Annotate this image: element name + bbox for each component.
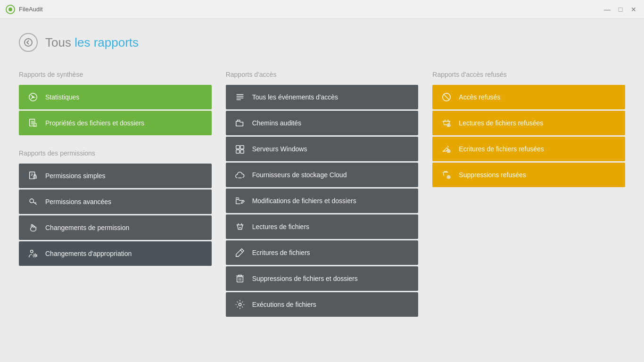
edit-folder-icon: [234, 195, 246, 206]
user-gear-icon: [27, 248, 39, 259]
basket-read-icon: [234, 221, 246, 232]
btn-lectures-refusees[interactable]: Lectures de fichiers refusées: [432, 111, 625, 135]
svg-point-2: [25, 39, 32, 46]
ecritures-fichiers-label: Ecritures de fichiers: [252, 249, 410, 256]
btn-changements-permission[interactable]: Changements de permission: [19, 215, 212, 240]
btn-statistiques[interactable]: Statistiques: [19, 85, 212, 109]
btn-modifications-fichiers[interactable]: Modifications de fichiers et dossiers: [226, 189, 419, 213]
svg-point-11: [31, 250, 33, 253]
svg-rect-18: [240, 146, 244, 149]
title-bar-controls: — □ ✕: [603, 5, 638, 14]
executions-fichiers-label: Exécutions de fichiers: [252, 301, 410, 308]
page-title-part3: rapports: [90, 35, 139, 49]
reports-columns: Rapports de synthèse Statistiques: [19, 71, 625, 318]
btn-ecritures-fichiers[interactable]: Ecritures de fichiers: [226, 240, 419, 265]
btn-ecritures-refusees[interactable]: Ecritures de fichiers refusées: [432, 137, 625, 161]
fournisseurs-cloud-label: Fournisseurs de stockage Cloud: [252, 171, 410, 179]
close-button[interactable]: ✕: [629, 5, 638, 14]
svg-line-22: [240, 250, 243, 253]
btn-chemins-audites[interactable]: Chemins audités: [226, 111, 419, 135]
svg-point-26: [239, 303, 241, 306]
app-logo-icon: [6, 5, 15, 14]
section-synthese: Rapports de synthèse Statistiques: [19, 71, 212, 135]
title-bar: FileAudit — □ ✕: [0, 0, 644, 19]
column-left: Rapports de synthèse Statistiques: [19, 71, 212, 280]
chemins-audites-label: Chemins audités: [252, 119, 410, 127]
title-bar-left: FileAudit: [6, 5, 43, 14]
basket-block-icon: [441, 117, 452, 129]
permissions-simples-label: Permissions simples: [45, 172, 203, 180]
synthese-title: Rapports de synthèse: [19, 71, 212, 78]
pen-block-icon: [441, 143, 452, 155]
windows-icon: [234, 143, 246, 155]
statistiques-label: Statistiques: [45, 93, 203, 101]
back-button[interactable]: [19, 33, 38, 52]
page-title-part2: les: [74, 35, 90, 49]
folder-copy-icon: [234, 117, 246, 129]
acces-title: Rapports d'accès: [226, 71, 419, 78]
cloud-icon: [234, 169, 246, 181]
minimize-button[interactable]: —: [603, 5, 612, 14]
btn-permissions-avancees[interactable]: Permissions avancées: [19, 189, 212, 214]
maximize-button[interactable]: □: [616, 5, 625, 14]
changements-permission-label: Changements de permission: [45, 224, 203, 231]
ecritures-refusees-label: Ecritures de fichiers refusées: [459, 145, 617, 153]
column-right: Rapports d'accès refusés Accès refusés: [432, 71, 625, 189]
modifications-fichiers-label: Modifications de fichiers et dossiers: [252, 197, 410, 205]
permissions-avancees-label: Permissions avancées: [45, 198, 203, 206]
btn-tous-evenements[interactable]: Tous les événements d'accès: [226, 85, 419, 109]
acces-refuses-label: Accès refusés: [459, 93, 617, 101]
suppressions-refusees-label: Suppressions refusées: [459, 171, 617, 179]
btn-suppressions-refusees[interactable]: Suppressions refusées: [432, 163, 625, 187]
column-middle: Rapports d'accès Tous les événements d'a…: [226, 71, 419, 318]
btn-lectures-fichiers[interactable]: Lectures de fichiers: [226, 214, 419, 239]
acces-refuses-title: Rapports d'accès refusés: [432, 71, 625, 78]
list-icon: [234, 91, 246, 103]
gear-exec-icon: [234, 299, 246, 310]
page-title-part1: Tous: [45, 35, 74, 49]
svg-rect-20: [240, 150, 244, 153]
page-header: Tous les rapports: [19, 33, 625, 52]
lectures-fichiers-label: Lectures de fichiers: [252, 223, 410, 230]
svg-rect-19: [236, 150, 239, 153]
serveurs-windows-label: Serveurs Windows: [252, 145, 410, 153]
svg-rect-17: [236, 146, 239, 149]
btn-permissions-simples[interactable]: Permissions simples: [19, 164, 212, 188]
pen-icon: [234, 247, 246, 258]
section-permissions: Rapports des permissions Permissions sim…: [19, 149, 212, 266]
changements-appropriation-label: Changements d'appropriation: [45, 250, 203, 257]
back-icon: [24, 38, 33, 47]
file-lock-icon: [27, 170, 39, 181]
suppressions-fichiers-label: Suppressions de fichiers et dossiers: [252, 275, 410, 282]
svg-line-28: [444, 94, 449, 100]
lectures-refusees-label: Lectures de fichiers refusées: [459, 119, 617, 127]
main-content: Tous les rapports Rapports de synthèse: [0, 19, 644, 362]
file-props-icon: [27, 117, 39, 129]
app-title: FileAudit: [19, 6, 43, 13]
trash-block-icon: [441, 169, 452, 181]
key-icon: [27, 196, 39, 207]
btn-suppressions-fichiers[interactable]: Suppressions de fichiers et dossiers: [226, 266, 419, 291]
proprietes-label: Propriétés des fichiers et dossiers: [45, 119, 203, 127]
svg-point-9: [34, 177, 35, 178]
btn-serveurs-windows[interactable]: Serveurs Windows: [226, 137, 419, 161]
svg-point-4: [33, 97, 34, 98]
permissions-title: Rapports des permissions: [19, 149, 212, 157]
btn-changements-appropriation[interactable]: Changements d'appropriation: [19, 241, 212, 266]
trash-icon: [234, 273, 246, 284]
svg-point-12: [34, 255, 36, 256]
svg-rect-23: [237, 277, 243, 282]
btn-proprietes[interactable]: Propriétés des fichiers et dossiers: [19, 111, 212, 135]
btn-executions-fichiers[interactable]: Exécutions de fichiers: [226, 292, 419, 317]
btn-acces-refuses[interactable]: Accès refusés: [432, 85, 625, 109]
hand-icon: [27, 222, 39, 233]
page-title: Tous les rapports: [45, 35, 139, 50]
svg-point-1: [8, 8, 12, 11]
gauge-icon: [27, 91, 39, 103]
tous-evenements-label: Tous les événements d'accès: [252, 93, 410, 101]
svg-point-10: [30, 199, 33, 203]
btn-fournisseurs-cloud[interactable]: Fournisseurs de stockage Cloud: [226, 163, 419, 187]
block-icon: [441, 91, 452, 103]
